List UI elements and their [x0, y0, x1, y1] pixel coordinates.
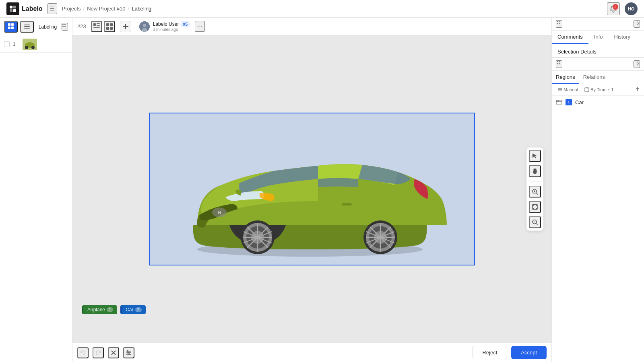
breadcrumb-projects[interactable]: Projects [62, 6, 81, 12]
breadcrumb-project[interactable]: New Project #10 [87, 6, 125, 12]
svg-rect-74 [559, 21, 560, 22]
sidebar-grid-view-button[interactable] [20, 21, 34, 33]
region-item[interactable]: 1 Car [552, 96, 644, 109]
regions-expand-button[interactable] [634, 60, 640, 68]
add-annotation-button[interactable] [120, 21, 131, 32]
right-panel-tabs: Comments Info History [552, 31, 644, 44]
right-panel: Comments Info History Selection Details [551, 18, 644, 362]
sort-time-button[interactable]: By Time ↑ 1 [583, 86, 615, 93]
svg-rect-75 [557, 23, 558, 24]
svg-rect-79 [557, 63, 558, 64]
svg-point-30 [143, 24, 146, 27]
regions-sort-options: Manual By Time ↑ 1 [552, 84, 644, 96]
svg-rect-26 [110, 27, 113, 30]
svg-point-70 [127, 350, 128, 352]
image-container: H [149, 113, 475, 265]
hand-tool-button[interactable] [529, 165, 541, 177]
breadcrumb-current: Labeling [132, 6, 151, 12]
panel-collapse-left-button[interactable] [556, 20, 562, 28]
car-label-text: Car [126, 307, 133, 313]
svg-rect-1 [13, 6, 16, 8]
region-folder-icon [556, 99, 562, 105]
canvas-tools [526, 148, 543, 231]
car-svg: H [149, 113, 475, 265]
tab-history[interactable]: History [609, 31, 636, 44]
toolbar-user-avatar [139, 21, 150, 32]
grid-view-button[interactable] [104, 21, 115, 32]
svg-rect-12 [64, 24, 66, 25]
content-area: #23 [72, 18, 551, 362]
svg-rect-21 [97, 25, 100, 26]
list-view-button[interactable] [91, 21, 102, 32]
sort-manual-button[interactable]: Manual [556, 86, 580, 93]
zoom-out-button[interactable] [529, 216, 541, 228]
svg-rect-8 [24, 25, 30, 25]
hamburger-button[interactable]: ☰ [47, 3, 57, 14]
svg-rect-5 [11, 23, 14, 26]
panel-expand-right-button[interactable] [634, 20, 640, 28]
svg-rect-2 [10, 9, 12, 12]
tab-comments[interactable]: Comments [552, 31, 588, 44]
car-count: 2 [135, 307, 142, 312]
logo: Labelo [6, 2, 43, 15]
svg-rect-9 [24, 26, 30, 27]
labeling-toolbar: #23 [72, 18, 551, 35]
zoom-fit-button[interactable] [529, 201, 541, 213]
svg-rect-77 [557, 61, 558, 62]
undo-button[interactable] [77, 347, 89, 358]
user-tag: #5 [180, 21, 190, 27]
svg-rect-78 [559, 61, 560, 62]
tool-divider [529, 181, 541, 182]
sort-order-num: 1 [611, 87, 613, 92]
toolbar-user-info: Labelo User #5 3 minutes ago [153, 21, 190, 32]
logo-icon [6, 2, 19, 15]
more-options-button[interactable]: ⋯ [195, 21, 205, 32]
toolbar-user-name: Labelo User [153, 21, 179, 27]
left-sidebar: Labeling 1 [0, 18, 72, 362]
svg-point-71 [129, 352, 130, 353]
settings-button[interactable] [123, 347, 134, 358]
sidebar-item[interactable]: 1 [0, 36, 72, 53]
sidebar-image-label: Labeling [39, 24, 57, 30]
breadcrumb: Projects / New Project #10 / Labeling [62, 6, 152, 12]
car-image: H [149, 113, 475, 265]
svg-rect-20 [97, 23, 100, 24]
item-checkbox[interactable] [4, 41, 10, 47]
airplane-label-tag[interactable]: Airplane 1 [82, 305, 117, 314]
regions-collapse-button[interactable] [556, 60, 562, 68]
sort-direction-button[interactable] [635, 87, 640, 93]
right-panel-top: Comments Info History Selection Details [552, 18, 644, 57]
tab-info[interactable]: Info [588, 31, 609, 44]
svg-rect-23 [106, 23, 109, 26]
regions-header [552, 58, 644, 71]
canvas-area: H [72, 35, 551, 343]
airplane-count: 1 [107, 307, 113, 312]
sort-manual-label: Manual [564, 87, 578, 92]
svg-rect-13 [62, 26, 64, 27]
sort-time-label: By Time [590, 87, 607, 92]
bottom-labels: Airplane 1 Car 2 [77, 301, 151, 319]
svg-rect-0 [10, 6, 12, 8]
action-buttons: Reject Accept [472, 346, 547, 359]
cursor-tool-button[interactable] [529, 150, 541, 162]
svg-rect-76 [559, 23, 560, 24]
user-time: 3 minutes ago [153, 27, 190, 32]
bottom-toolbar: Reject Accept [72, 343, 551, 362]
reject-button[interactable]: Reject [472, 346, 507, 359]
main-layout: Labeling 1 [0, 18, 644, 362]
car-label-tag[interactable]: Car 2 [120, 305, 145, 314]
region-color-indicator: 1 [566, 99, 572, 105]
tab-regions[interactable]: Regions [552, 71, 579, 84]
svg-point-17 [25, 46, 28, 49]
tab-relations[interactable]: Relations [579, 71, 609, 84]
sidebar-list-view-button[interactable] [4, 21, 18, 33]
accept-button[interactable]: Accept [511, 346, 547, 359]
close-annotation-button[interactable] [108, 347, 119, 358]
redo-button[interactable] [93, 347, 104, 358]
notification-button[interactable]: 2 [607, 2, 620, 15]
sidebar-collapse-button[interactable] [62, 23, 68, 31]
svg-rect-28 [123, 26, 128, 27]
sort-order-indicator: ↑ [608, 87, 610, 92]
zoom-in-button[interactable] [529, 186, 541, 198]
svg-rect-4 [8, 23, 10, 26]
